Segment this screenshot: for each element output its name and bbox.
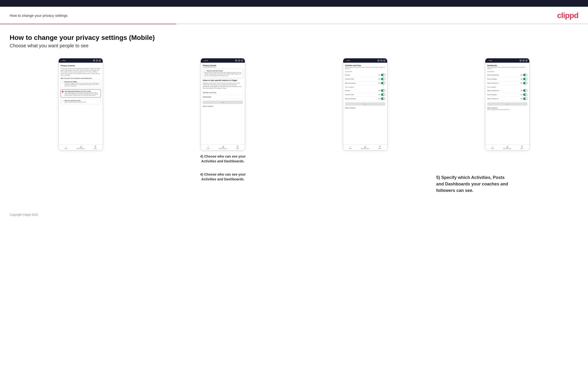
search-icon[interactable]: 🔍	[520, 59, 522, 61]
settings-icon[interactable]: ⚙	[526, 59, 527, 61]
save-button[interactable]: Save	[345, 102, 385, 106]
phone4-mockup: ‹ < Back 🔍 👤 ⚙ Dashboards Select the das…	[485, 58, 529, 150]
radio-everyone[interactable]	[62, 81, 63, 83]
radio-youcoach[interactable]	[62, 100, 63, 102]
phone2-content: Privacy Controls Only You and Your Coach…	[201, 63, 245, 144]
main-content: How to change your privacy settings (Mob…	[0, 34, 588, 208]
save-button[interactable]: Save	[203, 101, 243, 104]
chart-icon: 📊	[506, 146, 508, 148]
option-everyone[interactable]: Everyone on Clippd Everyone on Clippd ca…	[61, 80, 101, 88]
radio-approved[interactable]	[62, 91, 63, 92]
menu-icon: ☰	[379, 146, 381, 148]
phone4-back[interactable]: ‹ < Back	[487, 60, 492, 61]
toggle-switch[interactable]	[523, 82, 527, 84]
nav-home[interactable]: ⌂ Home	[201, 146, 216, 149]
menu-icon: ☰	[95, 146, 96, 148]
activities-menu-item[interactable]: Activities and Posts ›	[203, 91, 243, 95]
toggle-switch[interactable]	[523, 93, 527, 96]
nav-home[interactable]: ⌂ Home	[343, 146, 358, 149]
toggle-switch[interactable]	[523, 98, 527, 100]
chart-icon: 📊	[80, 146, 82, 148]
show-hide-title: Show or hide specific features in Clippd	[203, 79, 243, 81]
phone2-topbar: ‹ < Back 🔍 👤 ⚙	[201, 58, 245, 63]
phone1-body: Control how you and your data appears to…	[61, 68, 101, 76]
page-subheading: Choose what you want people to see	[10, 43, 578, 49]
search-icon[interactable]: 🔍	[235, 59, 237, 61]
nav-menu[interactable]: ☰ Menu	[88, 146, 103, 149]
nav-performance[interactable]: 📊 My Performance	[500, 146, 515, 149]
help-desc: Visit our Clippd community to troublesho…	[487, 109, 527, 110]
coaches-label: COACHES	[487, 71, 527, 72]
nav-menu[interactable]: ☰ Menu	[230, 146, 245, 149]
nav-performance[interactable]: 📊 My Performance	[358, 146, 372, 149]
toggle-switch[interactable]	[381, 89, 385, 92]
phone3-back[interactable]: ‹ < Back	[345, 60, 350, 61]
phone1-content: Privacy Controls Control how you and you…	[59, 63, 103, 144]
phone1-topbar: ‹ < Back 🔍 👤 ⚙	[59, 58, 103, 63]
toggle-switch[interactable]	[523, 78, 527, 80]
nav-performance[interactable]: 📊 My Performance	[216, 146, 230, 149]
show-hide-desc: Regardless of the privacy controls that …	[203, 82, 243, 89]
back-chevron-icon: ‹	[487, 60, 488, 61]
phone2-icons: 🔍 👤 ⚙	[235, 59, 243, 61]
search-icon[interactable]: 🔍	[93, 59, 95, 61]
top-bar	[0, 0, 588, 7]
toggle-followers-drills: Practice Drills ON	[345, 93, 385, 97]
toggle-switch[interactable]	[381, 98, 385, 100]
caption-row-proper: 5) Specify which Activities, Posts and D…	[10, 172, 578, 194]
popup-desc: Only you and the coaches you connect wit…	[204, 72, 242, 77]
phone3-icons: 🔍 👤 ⚙	[378, 59, 385, 61]
save-button[interactable]: Save	[487, 102, 527, 106]
nav-home[interactable]: ⌂ Home	[485, 146, 500, 149]
phone1-back[interactable]: ‹ < Back	[61, 60, 66, 61]
phone4-bottom-nav: ⌂ Home 📊 My Performance ☰ Menu	[485, 144, 529, 150]
phone2-back[interactable]: ‹ < Back	[203, 60, 208, 61]
toggle-switch[interactable]	[523, 89, 527, 92]
toggle-switch[interactable]	[523, 74, 527, 76]
search-icon[interactable]: 🔍	[378, 59, 380, 61]
settings-icon[interactable]: ⚙	[241, 59, 243, 61]
nav-home[interactable]: ⌂ Home	[59, 146, 73, 149]
activities-title: Activities and Posts	[345, 65, 385, 66]
toggle-switch[interactable]	[381, 74, 385, 76]
toggle-switch[interactable]	[381, 93, 385, 96]
page-heading: How to change your privacy settings (Mob…	[10, 34, 578, 42]
chart-icon: 📊	[364, 146, 366, 148]
followers-label: FOLLOWERS	[345, 86, 385, 88]
toggle-switch[interactable]	[381, 78, 385, 80]
popup-title: Only You and Your Coach	[204, 70, 242, 72]
dashboards-menu-item[interactable]: Dashboards ›	[203, 95, 243, 99]
person-icon[interactable]: 👤	[380, 59, 382, 61]
toggle-switch[interactable]	[381, 82, 385, 84]
caption5-text: 5) Specify which Activities, Posts and D…	[436, 174, 578, 194]
back-chevron-icon: ‹	[203, 60, 203, 61]
option-youcoach[interactable]: Only You and Your Coach Only you and the…	[61, 99, 101, 104]
back-chevron-icon: ‹	[61, 60, 61, 61]
phone4-content: Dashboards Select the dashboards that yo…	[485, 63, 529, 144]
settings-icon[interactable]: ⚙	[383, 59, 385, 61]
person-icon[interactable]: 👤	[523, 59, 525, 61]
settings-icon[interactable]: ⚙	[99, 59, 101, 61]
person-icon[interactable]: 👤	[96, 59, 98, 61]
phone4-topbar: ‹ < Back 🔍 👤 ⚙	[485, 58, 529, 63]
phone1-section: ‹ < Back 🔍 👤 ⚙ Privacy Controls Control …	[10, 58, 152, 150]
phone2-mockup: ‹ < Back 🔍 👤 ⚙ Privacy Controls	[200, 58, 245, 150]
option-approved[interactable]: Only Approved Followers and Your Coach O…	[61, 89, 101, 98]
menu-icon: ☰	[237, 146, 238, 148]
toggle-followers-player: Player Dashboard ON	[487, 89, 527, 93]
phone1-icons: 🔍 👤 ⚙	[93, 59, 101, 61]
header-title: How to change your privacy settings	[10, 13, 68, 17]
phone1-mockup: ‹ < Back 🔍 👤 ⚙ Privacy Controls Control …	[59, 58, 103, 150]
person-icon[interactable]: 👤	[238, 59, 240, 61]
privacy-controls-tab[interactable]: Privacy Controls	[203, 65, 216, 67]
nav-menu[interactable]: ☰ Menu	[515, 146, 529, 149]
popup-radio[interactable]	[204, 70, 206, 72]
phone1-title: Privacy Controls	[61, 65, 101, 67]
dashboards-desc: Select the dashboards that you'd like to…	[487, 67, 527, 70]
phone4-icons: 🔍 👤 ⚙	[520, 59, 527, 61]
toggle-followers-manual: Manual Activities ON	[345, 97, 385, 101]
home-icon: ⌂	[350, 146, 351, 148]
nav-menu[interactable]: ☰ Menu	[372, 146, 387, 149]
back-chevron-icon: ‹	[345, 60, 346, 61]
nav-performance[interactable]: 📊 My Performance	[73, 146, 88, 149]
